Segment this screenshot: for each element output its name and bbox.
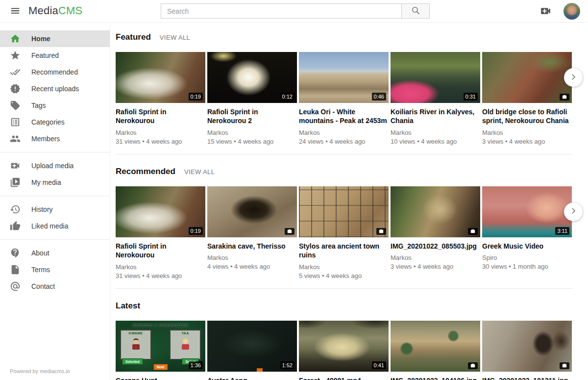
sidebar-item-liked-media[interactable]: Liked media [0,218,110,234]
media-author[interactable]: Spiro [482,254,572,261]
media-thumbnail[interactable]: 0:19 [116,186,205,237]
media-title[interactable]: Avatar Aang [207,376,297,380]
media-author[interactable]: Markos [116,263,205,271]
media-author[interactable]: Markos [207,129,297,136]
carousel-next-button[interactable] [564,203,583,221]
media-card[interactable]: 0:41 Forest - 49981.mp4 test 17 views • … [299,321,389,380]
media-title[interactable]: IMG_20201023_104106.jpg [391,376,480,380]
sidebar-item-home[interactable]: Home [0,30,110,47]
hamburger-menu-icon[interactable] [7,4,24,19]
user-avatar[interactable] [564,3,580,20]
thumb-game-character [181,338,189,350]
carousel-next-button[interactable] [564,68,583,87]
media-card[interactable]: Sarakina cave, Therisso Markos 4 views •… [207,186,297,279]
media-author[interactable]: Markos [299,263,389,271]
sidebar-item-about[interactable]: About [0,245,110,261]
sidebar-item-history[interactable]: History [0,201,110,218]
media-thumbnail[interactable]: 0:41 [299,321,389,372]
media-meta: 4 views • 4 weeks ago [207,263,297,270]
media-card[interactable]: 0:12 Rafioli Sprint in Nerokourou 2 Mark… [207,52,297,145]
sidebar-item-members[interactable]: Members [0,130,110,147]
duration-badge: 1:52 [280,361,294,369]
view-all-link[interactable]: VIEW ALL [160,34,190,41]
search-button[interactable] [402,3,430,19]
sidebar-divider [0,196,110,196]
media-card[interactable]: 0:31 Koiliaris River in Kalyves, Chania … [391,52,480,145]
camera-icon [468,362,478,369]
media-thumbnail[interactable]: 0:31 [391,52,480,103]
media-card[interactable]: 3:11 Greek Music Video Spiro 30 views • … [482,186,572,279]
duration-badge: 1:36 [189,361,203,369]
media-card[interactable]: Old bridge close to Rafioli sprint, Nero… [482,52,572,145]
upload-media-icon[interactable] [539,5,552,18]
sidebar-item-upload-media[interactable]: Upload media [0,157,110,174]
thumb-game-character-name: KWAME [121,331,150,335]
sidebar-item-tags[interactable]: Tags [0,97,110,114]
media-thumbnail[interactable]: 0:19 [116,52,205,103]
media-title[interactable]: Koiliaris River in Kalyves, Chania [391,107,480,126]
media-author[interactable]: Markos [207,254,297,261]
media-card[interactable]: 1:52 Avatar Aang Dickson Jr. 12 views • … [207,321,297,380]
media-title[interactable]: Rafioli Sprint in Nerokourou [116,107,205,126]
media-author[interactable]: Markos [391,254,480,261]
media-thumbnail[interactable] [391,321,480,372]
media-title[interactable]: Greek Music Video [482,242,572,251]
thumb-game-panel: YAA [170,329,201,360]
media-card[interactable]: IMG_20201022_085503.jpg Markos 3 views •… [391,186,480,279]
sidebar-item-my-media[interactable]: My media [0,174,110,191]
media-card[interactable]: 0:19 Rafioli Sprint in Nerokourou Markos… [116,52,205,145]
media-thumbnail[interactable] [482,321,572,372]
sidebar-item-categories[interactable]: Categories [0,114,110,130]
sidebar-item-terms[interactable]: Terms [0,261,110,278]
media-author[interactable]: Markos [299,129,389,136]
media-card[interactable]: Stylos area ancient town ruins Markos 5 … [299,186,389,279]
media-thumbnail[interactable] [207,186,297,237]
media-author[interactable]: Markos [391,129,480,136]
media-title[interactable]: IMG_20201022_085503.jpg [391,242,480,251]
media-thumbnail[interactable] [299,186,389,237]
media-author[interactable]: Markos [482,129,572,136]
media-thumbnail[interactable]: 3:11 [482,186,572,237]
thumb-game-header-text: CHOOSE A CHARACTER [116,323,205,328]
media-meta: 31 views • 4 weeks ago [116,138,205,145]
media-title[interactable]: Sarakina cave, Therisso [207,242,297,251]
thumb-logo-chip [257,368,263,372]
media-thumbnail[interactable]: CHOOSE A CHARACTER KWAME YAA Selected Ne… [116,321,205,372]
media-title[interactable]: Old bridge close to Rafioli sprint, Nero… [482,107,572,126]
sidebar-item-featured[interactable]: Featured [0,47,110,64]
media-card[interactable]: 0:46 Leuka Ori - White mountains - Peak … [299,52,389,145]
media-thumbnail[interactable] [482,52,572,103]
media-title[interactable]: Forest - 49981.mp4 [299,376,389,380]
media-title[interactable]: IMG_20201023_101211.jpg [482,376,572,380]
view-all-link[interactable]: VIEW ALL [184,168,215,176]
media-title[interactable]: Corona Hunt [116,376,205,380]
media-author[interactable]: Markos [116,129,205,136]
app-logo[interactable]: MediaCMS [28,4,82,17]
media-card[interactable]: IMG_20201023_104106.jpg Markos 4 views •… [391,321,480,380]
media-title[interactable]: Rafioli Sprint in Nerokourou 2 [207,107,297,126]
media-thumbnail[interactable]: 0:46 [299,52,389,103]
media-thumbnail[interactable]: 0:12 [207,52,297,103]
camera-icon [560,94,569,101]
card-row: 0:19 Rafioli Sprint in Nerokourou Markos… [116,52,573,145]
thumb-up-icon [10,221,21,231]
media-title[interactable]: Rafioli Sprint in Nerokourou [116,242,205,260]
media-card[interactable]: 0:19 Rafioli Sprint in Nerokourou Markos… [116,186,205,279]
media-card[interactable]: CHOOSE A CHARACTER KWAME YAA Selected Ne… [116,321,205,380]
help-bubble-icon [10,248,21,258]
camera-icon [285,228,294,235]
media-title[interactable]: Stylos area ancient town ruins [299,242,389,260]
chevron-right-icon [569,73,578,83]
sidebar-item-label: Categories [31,118,65,126]
media-thumbnail[interactable] [391,186,480,237]
media-title[interactable]: Leuka Ori - White mountains - Peak at 24… [299,107,389,126]
media-card[interactable]: IMG_20201023_101211.jpg Markos 4 views •… [482,321,572,380]
sidebar-item-recommended[interactable]: Recommended [0,64,110,80]
sidebar-item-contact[interactable]: Contact [0,278,110,295]
sidebar-item-recent-uploads[interactable]: Recent uploads [0,80,110,97]
duration-badge: 0:19 [189,93,203,101]
media-thumbnail[interactable]: 1:52 [207,321,297,372]
thumb-game-selected-button: Selected [122,358,143,365]
search-input[interactable] [161,3,402,19]
duration-badge: 0:12 [280,93,294,101]
